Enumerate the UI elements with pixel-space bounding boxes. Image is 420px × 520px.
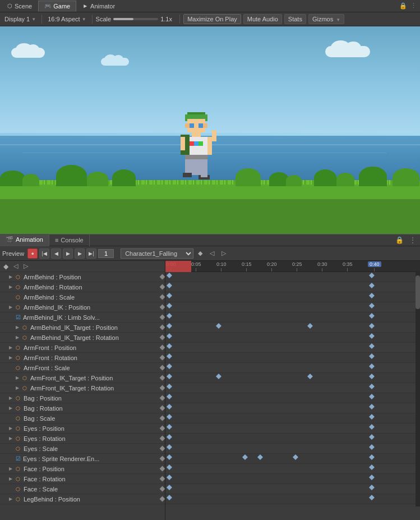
next-keyframe-button[interactable]: ▶ [75,249,85,259]
keyframe[interactable] [369,434,375,440]
prop-row-armFrontIKTgtRot[interactable]: ▶ ⬡ ArmFront_IK_Target : Rotation [0,383,165,393]
maximize-on-play-button[interactable]: Maximize On Play [183,14,241,24]
track-facePos[interactable] [165,464,420,474]
track-armFrontRot[interactable] [165,353,420,363]
keyframe[interactable] [167,404,172,409]
keyframe[interactable] [369,313,375,319]
keyframe[interactable] [167,424,172,430]
keyframe[interactable] [257,454,263,460]
prop-row-armBehindPos[interactable]: ▶ ⬡ ArmBehind : Position [0,272,165,282]
keyframe[interactable] [167,333,172,339]
stats-button[interactable]: Stats [284,14,306,24]
tab-scene[interactable]: ⬡ Scene [1,1,38,12]
prop-row-bagScl[interactable]: ▶ ⬡ Bag : Scale [0,413,165,424]
keyframe[interactable] [369,495,375,500]
track-eyesScl[interactable] [165,444,420,454]
keyframe[interactable] [369,424,375,430]
keyframe[interactable] [167,384,172,389]
keyframe[interactable] [167,495,172,500]
prop-row-armFrontRot[interactable]: ▶ ⬡ ArmFront : Rotation [0,353,165,363]
keyframe[interactable] [369,475,375,480]
track-armBehindIKTgtRot[interactable] [165,333,420,343]
keyframe[interactable] [369,363,375,369]
track-armBehindIKLimb[interactable] [165,312,420,323]
keyframe[interactable] [167,475,172,480]
tab-game[interactable]: 🎮 Game [38,1,76,12]
track-eyesPos[interactable] [165,424,420,434]
track-armBehindIKPos[interactable] [165,302,420,312]
panel-lock-icon[interactable]: 🔒 [394,236,405,244]
scale-bar[interactable] [113,18,158,20]
keyframe[interactable] [167,454,172,460]
keyframe[interactable] [369,414,375,420]
keyframe[interactable] [167,485,172,490]
tab-animation[interactable]: 🎬 Animation [0,234,49,246]
goto-start-button[interactable]: |◀ [39,249,49,259]
prop-row-armBehindIKTgtPos[interactable]: ▶ ⬡ ArmBehind_IK_Target : Position [0,323,165,333]
prop-header-btn-2[interactable]: ◁ [11,262,20,271]
keyframe-nav-prev[interactable]: ◁ [207,249,217,259]
prop-row-armFrontPos[interactable]: ▶ ⬡ ArmFront : Position [0,343,165,353]
prop-row-eyesPos[interactable]: ▶ ⬡ Eyes : Position [0,424,165,434]
track-eyesRot[interactable] [165,434,420,444]
clip-selector[interactable]: Character1_Falling [121,249,193,259]
prop-row-armBehindScl[interactable]: ▶ ⬡ ArmBehind : Scale [0,292,165,302]
keyframe[interactable] [369,454,375,460]
keyframe[interactable] [167,394,172,399]
prop-header-btn-1[interactable]: ◆ [1,262,10,271]
keyframe-nav-next[interactable]: ▷ [219,249,229,259]
aspect-selector[interactable]: 16:9 Aspect ▼ [45,15,88,24]
keyframe[interactable] [369,444,375,450]
keyframe[interactable] [216,374,221,379]
tab-animator[interactable]: ► Animator [76,1,121,12]
prop-row-faceRot[interactable]: ▶ ⬡ Face : Rotation [0,474,165,484]
track-armBehindIKTgtPos[interactable] [165,323,420,333]
keyframe[interactable] [307,374,313,379]
keyframe[interactable] [167,323,172,329]
keyframe[interactable] [369,343,375,349]
track-armBehindScl[interactable] [165,292,420,302]
prop-row-armFrontIKTgtPos[interactable]: ▶ ⬡ ArmFront_IK_Target : Position [0,373,165,383]
keyframe[interactable] [167,303,172,309]
prev-keyframe-button[interactable]: ◀ [51,249,61,259]
tab-console[interactable]: ≡ Console [49,234,90,246]
keyframe[interactable] [369,323,375,329]
track-eyesSpriteRen[interactable] [165,454,420,464]
track-faceRot[interactable] [165,474,420,484]
keyframe[interactable] [167,414,172,420]
track-armFrontIKTgtPos[interactable] [165,373,420,383]
keyframe[interactable] [167,363,172,369]
keyframe[interactable] [167,464,172,470]
keyframe[interactable] [167,343,172,349]
track-armBehindPos[interactable] [165,272,420,282]
panel-more-icon[interactable]: ⋮ [408,236,418,244]
record-button[interactable]: ● [27,249,38,259]
prop-row-armBehindIKPos[interactable]: ▶ ⬡ ArmBehind_IK : Position [0,302,165,312]
track-bagRot[interactable] [165,403,420,413]
keyframe[interactable] [167,273,172,278]
prop-row-eyesSpriteRen[interactable]: ▶ ☑ Eyes : Sprite Renderer.En... [0,454,165,464]
scrollbar-thumb[interactable] [416,275,420,309]
track-armFrontScl[interactable] [165,363,420,373]
prop-row-armFrontScl[interactable]: ▶ ⬡ ArmFront : Scale [0,363,165,373]
keyframe[interactable] [216,323,221,329]
keyframe[interactable] [369,394,375,399]
goto-end-button[interactable]: ▶| [86,249,96,259]
keyframe[interactable] [307,323,313,329]
track-faceScl[interactable] [165,484,420,494]
keyframe[interactable] [369,374,375,379]
track-bagScl[interactable] [165,413,420,424]
gizmos-button[interactable]: Gizmos ▼ [308,14,344,24]
prop-row-eyesScl[interactable]: ▶ ⬡ Eyes : Scale [0,444,165,454]
prop-row-bagPos[interactable]: ▶ ⬡ Bag : Position [0,393,165,403]
prop-row-facePos[interactable]: ▶ ⬡ Face : Position [0,464,165,474]
add-keyframe-button[interactable]: ◆ [195,249,205,259]
prop-row-eyesRot[interactable]: ▶ ⬡ Eyes : Rotation [0,434,165,444]
tab-more-btn[interactable]: ⋮ [410,2,419,10]
keyframe[interactable] [167,313,172,319]
keyframe[interactable] [293,454,298,460]
keyframe[interactable] [167,374,172,379]
keyframe[interactable] [167,434,172,440]
display-selector[interactable]: Display 1 ▼ [2,15,38,24]
keyframe[interactable] [369,404,375,409]
